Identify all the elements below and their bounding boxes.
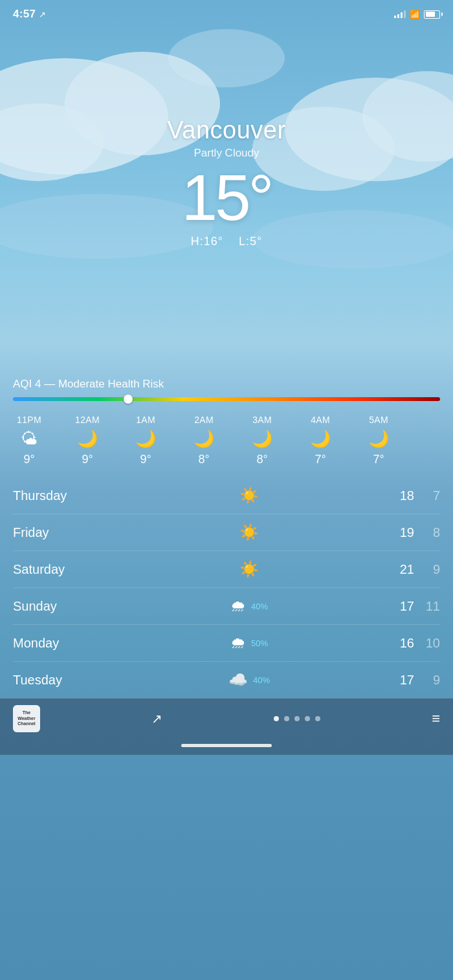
day-row: Tuesday ☁️ 40% 17 9 xyxy=(13,662,440,698)
hour-weather-icon: 🌙 xyxy=(77,429,98,449)
twc-logo: TheWeatherChannel xyxy=(13,705,40,732)
hour-weather-icon: 🌙 xyxy=(368,429,389,449)
day-low-temp: 10 xyxy=(414,636,440,651)
hour-weather-icon: 🌤 xyxy=(21,429,38,449)
aqi-text: AQI 4 — Moderate Health Risk xyxy=(13,378,440,391)
hour-label: 12AM xyxy=(75,415,100,425)
weather-condition: Partly Cloudy xyxy=(0,147,453,160)
day-high-temp: 18 xyxy=(382,488,414,503)
my-location-button[interactable]: ↗ xyxy=(151,711,162,726)
day-low-temp: 9 xyxy=(414,562,440,577)
day-weather: 🌧 50% xyxy=(116,634,382,652)
hour-label: 5AM xyxy=(369,415,388,425)
hour-label: 1AM xyxy=(136,415,155,425)
aqi-bar xyxy=(13,397,440,401)
page-dots xyxy=(274,716,320,721)
hour-label: 11PM xyxy=(17,415,41,425)
day-name: Saturday xyxy=(13,562,116,577)
day-name: Sunday xyxy=(13,599,116,614)
hour-item: 5AM 🌙 7° xyxy=(349,409,408,472)
hour-temp: 9° xyxy=(140,453,151,466)
day-row: Friday ☀️ 19 8 xyxy=(13,514,440,551)
aqi-marker xyxy=(124,395,133,404)
home-indicator xyxy=(0,739,453,755)
hour-label: 4AM xyxy=(311,415,330,425)
hour-item: 2AM 🌙 8° xyxy=(175,409,233,472)
status-time: 4:57 xyxy=(13,8,36,21)
hour-weather-icon: 🌙 xyxy=(252,429,272,449)
bottom-bar: TheWeatherChannel ↗ ≡ xyxy=(0,698,453,739)
day-high-temp: 17 xyxy=(382,599,414,614)
page-dot-3[interactable] xyxy=(305,716,310,721)
hour-temp: 7° xyxy=(315,453,326,466)
city-name: Vancouver xyxy=(0,116,453,144)
hour-temp: 9° xyxy=(82,453,93,466)
hour-item: 1AM 🌙 9° xyxy=(116,409,175,472)
page-dot-1[interactable] xyxy=(284,716,289,721)
day-weather: 🌧 40% xyxy=(116,597,382,615)
day-high-temp: 19 xyxy=(382,525,414,540)
day-weather-icon: ☁️ xyxy=(228,671,248,689)
day-row: Thursday ☀️ 18 7 xyxy=(13,477,440,514)
hour-temp: 7° xyxy=(373,453,384,466)
day-weather-icon: ☀️ xyxy=(239,560,259,578)
precip-percent: 50% xyxy=(251,638,268,648)
day-weather-icon: ☀️ xyxy=(239,486,259,505)
day-row: Saturday ☀️ 21 9 xyxy=(13,551,440,588)
day-high-temp: 17 xyxy=(382,673,414,688)
precip-percent: 40% xyxy=(253,675,270,685)
low-temp: L:5° xyxy=(239,235,262,248)
status-icons: 📶 xyxy=(394,10,440,19)
status-bar: 4:57 ↗ 📶 xyxy=(0,0,453,26)
page-dot-4[interactable] xyxy=(315,716,320,721)
day-weather: ☀️ xyxy=(116,486,382,505)
day-weather-icon: 🌧 xyxy=(230,597,246,615)
hour-item: 4AM 🌙 7° xyxy=(291,409,349,472)
day-name: Thursday xyxy=(13,488,116,503)
home-bar xyxy=(181,744,272,747)
precip-percent: 40% xyxy=(251,602,268,611)
day-weather-icon: ☀️ xyxy=(239,523,259,541)
hour-item: 3AM 🌙 8° xyxy=(233,409,291,472)
weather-main: Vancouver Partly Cloudy 15° H:16° L:5° xyxy=(0,26,453,248)
day-low-temp: 7 xyxy=(414,488,440,503)
day-name: Friday xyxy=(13,525,116,540)
hour-label: 3AM xyxy=(252,415,272,425)
day-low-temp: 9 xyxy=(414,673,440,688)
location-arrow-icon: ↗ xyxy=(39,10,46,19)
hour-weather-icon: 🌙 xyxy=(135,429,156,449)
page-dot-0[interactable] xyxy=(274,716,279,721)
hour-temp: 9° xyxy=(23,453,34,466)
day-weather-icon: 🌧 xyxy=(230,634,246,652)
high-temp: H:16° xyxy=(191,235,223,248)
aqi-section: AQI 4 — Moderate Health Risk xyxy=(0,365,453,409)
hourly-section[interactable]: 11PM 🌤 9° 12AM 🌙 9° 1AM 🌙 9° 2AM 🌙 8° 3A… xyxy=(0,409,453,477)
day-weather: ☀️ xyxy=(116,523,382,541)
day-weather: ☁️ 40% xyxy=(116,671,382,689)
day-name: Monday xyxy=(13,636,116,651)
page-dot-2[interactable] xyxy=(294,716,300,721)
wifi-icon: 📶 xyxy=(410,10,420,19)
hi-lo: H:16° L:5° xyxy=(0,235,453,248)
hour-item: 11PM 🌤 9° xyxy=(0,409,58,472)
twc-text: TheWeatherChannel xyxy=(17,710,36,726)
day-low-temp: 8 xyxy=(414,525,440,540)
hour-item: 12AM 🌙 9° xyxy=(58,409,116,472)
hour-label: 2AM xyxy=(194,415,214,425)
day-high-temp: 16 xyxy=(382,636,414,651)
battery-icon xyxy=(424,10,440,19)
menu-button[interactable]: ≡ xyxy=(432,710,440,727)
day-high-temp: 21 xyxy=(382,562,414,577)
day-name: Tuesday xyxy=(13,673,116,688)
signal-icon xyxy=(394,10,406,18)
day-row: Sunday 🌧 40% 17 11 xyxy=(13,588,440,625)
day-weather: ☀️ xyxy=(116,560,382,578)
hour-temp: 8° xyxy=(256,453,267,466)
hour-weather-icon: 🌙 xyxy=(310,429,331,449)
hour-weather-icon: 🌙 xyxy=(193,429,214,449)
day-low-temp: 11 xyxy=(414,599,440,614)
current-temperature: 15° xyxy=(0,165,453,230)
hourly-scroll[interactable]: 11PM 🌤 9° 12AM 🌙 9° 1AM 🌙 9° 2AM 🌙 8° 3A… xyxy=(0,409,453,472)
hour-temp: 8° xyxy=(198,453,209,466)
daily-section: Thursday ☀️ 18 7 Friday ☀️ 19 8 Saturday… xyxy=(0,477,453,698)
